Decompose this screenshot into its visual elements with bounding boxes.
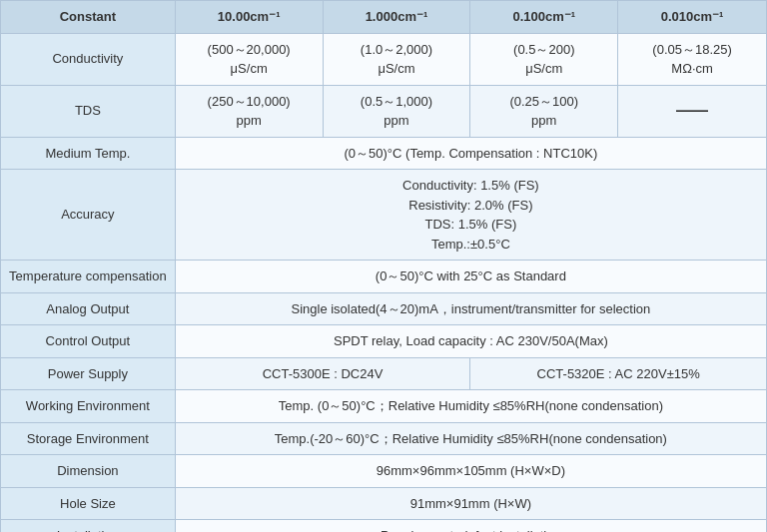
power-supply-right: CCT-5320E : AC 220V±15% (470, 357, 767, 390)
medium-temp-value: (0～50)°C (Temp. Compensation : NTC10K) (175, 137, 766, 170)
tds-v1: (0.5～1,000)ppm (323, 85, 470, 137)
hole-size-label: Hole Size (1, 487, 176, 520)
header-col10: 10.00cm⁻¹ (175, 1, 323, 34)
installation-label: Installation (1, 520, 176, 533)
header-col1: 1.000cm⁻¹ (323, 1, 470, 34)
working-env-value: Temp. (0～50)°C；Relative Humidity ≤85%RH(… (175, 390, 766, 423)
tds-v001: —— (618, 85, 767, 137)
tds-v01: (0.25～100)ppm (470, 85, 618, 137)
storage-env-value: Temp.(-20～60)°C；Relative Humidity ≤85%RH… (175, 422, 766, 455)
tds-v10: (250～10,000)ppm (175, 85, 323, 137)
control-output-label: Control Output (1, 325, 176, 358)
accuracy-value: Conductivity: 1.5% (FS) Resistivity: 2.0… (175, 170, 766, 261)
control-output-value: SPDT relay, Load capacity : AC 230V/50A(… (175, 325, 766, 358)
conductivity-v10: (500～20,000)μS/cm (175, 33, 323, 85)
conductivity-v1: (1.0～2,000)μS/cm (323, 33, 470, 85)
header-constant: Constant (1, 1, 176, 34)
spec-table: Constant 10.00cm⁻¹ 1.000cm⁻¹ 0.100cm⁻¹ 0… (0, 0, 767, 532)
hole-size-value: 91mm×91mm (H×W) (175, 487, 766, 520)
analog-output-value: Single isolated(4～20)mA，instrument/trans… (175, 292, 766, 325)
conductivity-v01: (0.5～200)μS/cm (470, 33, 618, 85)
power-supply-label: Power Supply (1, 357, 176, 390)
temp-comp-label: Temperature compensation (1, 261, 176, 293)
medium-temp-label: Medium Temp. (1, 137, 176, 170)
conductivity-v001: (0.05～18.25)MΩ·cm (618, 33, 767, 85)
analog-output-label: Analog Output (1, 292, 176, 325)
dimension-label: Dimension (1, 455, 176, 488)
accuracy-label: Accuracy (1, 170, 176, 261)
temp-comp-value: (0～50)°C with 25°C as Standard (175, 261, 766, 293)
tds-label: TDS (1, 85, 176, 137)
header-col001: 0.010cm⁻¹ (618, 1, 767, 34)
power-supply-left: CCT-5300E : DC24V (175, 357, 470, 390)
dimension-value: 96mm×96mm×105mm (H×W×D) (175, 455, 766, 488)
working-env-label: Working Environment (1, 390, 176, 423)
installation-value: Panel mounted, fast installation (175, 520, 766, 533)
conductivity-label: Conductivity (1, 33, 176, 85)
storage-env-label: Storage Environment (1, 422, 176, 455)
header-col01: 0.100cm⁻¹ (470, 1, 618, 34)
